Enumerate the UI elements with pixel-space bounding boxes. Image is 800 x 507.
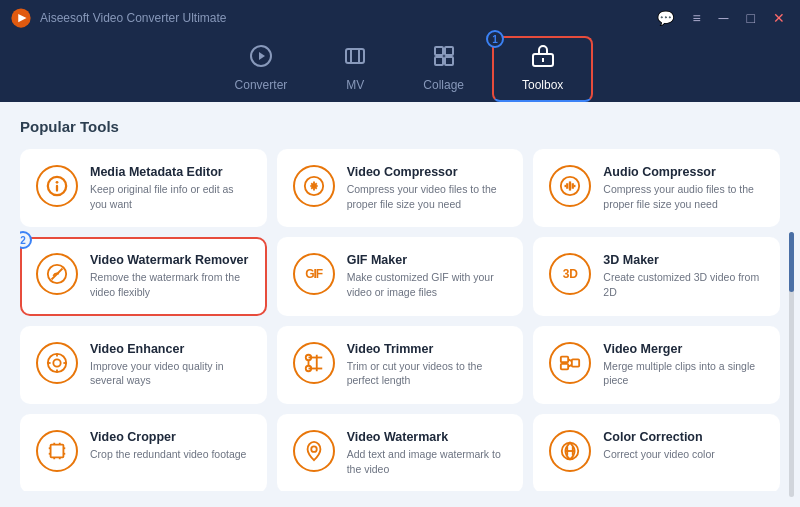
svg-rect-4 [346,49,364,63]
video-watermark-icon-wrap [293,430,335,472]
color-correction-text: Color Correction Correct your video colo… [603,430,714,462]
gif-text-icon: GIF [305,267,322,281]
chat-button[interactable]: 💬 [652,8,679,28]
tool-video-compressor[interactable]: Video Compressor Compress your video fil… [277,149,524,227]
watermark-remover-title: Video Watermark Remover [90,253,251,267]
watermark-remover-badge: 2 [20,231,32,249]
merger-icon [559,352,581,374]
tool-media-metadata[interactable]: Media Metadata Editor Keep original file… [20,149,267,227]
tab-converter-label: Converter [235,78,288,92]
svg-rect-42 [561,356,568,362]
color-icon [559,440,581,462]
tool-video-trimmer[interactable]: Video Trimmer Trim or cut your videos to… [277,326,524,404]
scrollbar-thumb[interactable] [789,232,794,292]
tool-video-watermark-remover[interactable]: 2 Video Watermark Remover Remove the wat… [20,237,267,315]
video-enhancer-text: Video Enhancer Improve your video qualit… [90,342,251,388]
video-trimmer-title: Video Trimmer [347,342,508,356]
watermark-remover-desc: Remove the watermark from the video flex… [90,270,251,299]
video-cropper-text: Video Cropper Crop the redundant video f… [90,430,246,462]
watermark-remover-icon-wrap [36,253,78,295]
tools-grid: Media Metadata Editor Keep original file… [20,149,780,491]
app-title: Aiseesoft Video Converter Ultimate [40,11,227,25]
trimmer-icon [303,352,325,374]
menu-button[interactable]: ≡ [687,8,705,28]
video-enhancer-icon-wrap [36,342,78,384]
color-correction-title: Color Correction [603,430,714,444]
collage-icon [432,44,456,74]
tab-toolbox-label: Toolbox [522,78,563,92]
video-watermark-title: Video Watermark [347,430,508,444]
watermark-remover-text: Video Watermark Remover Remove the water… [90,253,251,299]
video-merger-title: Video Merger [603,342,764,356]
app-logo [10,7,32,29]
audio-compress-icon [559,175,581,197]
close-button[interactable]: ✕ [768,8,790,28]
section-title: Popular Tools [20,118,780,135]
tab-mv[interactable]: MV [315,36,395,102]
video-trimmer-desc: Trim or cut your videos to the perfect l… [347,359,508,388]
media-metadata-desc: Keep original file info or edit as you w… [90,182,251,211]
video-cropper-title: Video Cropper [90,430,246,444]
audio-compressor-icon-wrap [549,165,591,207]
video-cropper-desc: Crop the redundant video footage [90,447,246,462]
tool-gif-maker[interactable]: GIF GIF Maker Make customized GIF with y… [277,237,524,315]
3d-maker-text: 3D Maker Create customized 3D video from… [603,253,764,299]
video-merger-icon-wrap [549,342,591,384]
compress-icon [303,175,325,197]
tab-collage-label: Collage [423,78,464,92]
color-correction-icon-wrap [549,430,591,472]
enhancer-icon [46,352,68,374]
video-watermark-desc: Add text and image watermark to the vide… [347,447,508,476]
3d-maker-icon-wrap: 3D [549,253,591,295]
video-enhancer-desc: Improve your video quality in several wa… [90,359,251,388]
video-enhancer-title: Video Enhancer [90,342,251,356]
tool-video-merger[interactable]: Video Merger Merge multiple clips into a… [533,326,780,404]
svg-rect-44 [572,359,579,366]
cropper-icon [46,440,68,462]
color-correction-desc: Correct your video color [603,447,714,462]
main-content: Popular Tools Media Metadata Editor Keep… [0,102,800,507]
mv-icon [343,44,367,74]
svg-point-31 [53,359,60,366]
tool-video-watermark[interactable]: Video Watermark Add text and image water… [277,414,524,491]
3d-maker-desc: Create customized 3D video from 2D [603,270,764,299]
svg-rect-9 [435,57,443,65]
media-metadata-icon-wrap [36,165,78,207]
svg-rect-8 [445,47,453,55]
video-compressor-title: Video Compressor [347,165,508,179]
tab-toolbox[interactable]: 1 Toolbox [492,36,593,102]
tool-video-enhancer[interactable]: Video Enhancer Improve your video qualit… [20,326,267,404]
tab-collage[interactable]: Collage [395,36,492,102]
gif-maker-text: GIF Maker Make customized GIF with your … [347,253,508,299]
toolbox-icon [531,44,555,74]
watermark-add-icon [303,440,325,462]
audio-compressor-text: Audio Compressor Compress your audio fil… [603,165,764,211]
audio-compressor-desc: Compress your audio files to the proper … [603,182,764,211]
gif-maker-desc: Make customized GIF with your video or i… [347,270,508,299]
watermark-remove-icon [46,263,68,285]
svg-rect-47 [51,445,64,458]
audio-compressor-title: Audio Compressor [603,165,764,179]
media-metadata-text: Media Metadata Editor Keep original file… [90,165,251,211]
video-compressor-text: Video Compressor Compress your video fil… [347,165,508,211]
tab-converter[interactable]: Converter [207,36,316,102]
media-metadata-title: Media Metadata Editor [90,165,251,179]
video-compressor-icon-wrap [293,165,335,207]
tool-video-cropper[interactable]: Video Cropper Crop the redundant video f… [20,414,267,491]
video-merger-text: Video Merger Merge multiple clips into a… [603,342,764,388]
maximize-button[interactable]: □ [742,8,760,28]
nav-bar: Converter MV Collage 1 [0,36,800,102]
video-compressor-desc: Compress your video files to the proper … [347,182,508,211]
tool-3d-maker[interactable]: 3D 3D Maker Create customized 3D video f… [533,237,780,315]
svg-rect-10 [445,57,453,65]
3d-maker-title: 3D Maker [603,253,764,267]
gif-maker-title: GIF Maker [347,253,508,267]
tool-color-correction[interactable]: Color Correction Correct your video colo… [533,414,780,491]
toolbox-badge: 1 [486,30,504,48]
svg-marker-3 [259,52,265,60]
title-bar-left: Aiseesoft Video Converter Ultimate [10,7,227,29]
tool-audio-compressor[interactable]: Audio Compressor Compress your audio fil… [533,149,780,227]
minimize-button[interactable]: ─ [714,8,734,28]
video-cropper-icon-wrap [36,430,78,472]
title-bar-controls: 💬 ≡ ─ □ ✕ [652,8,790,28]
